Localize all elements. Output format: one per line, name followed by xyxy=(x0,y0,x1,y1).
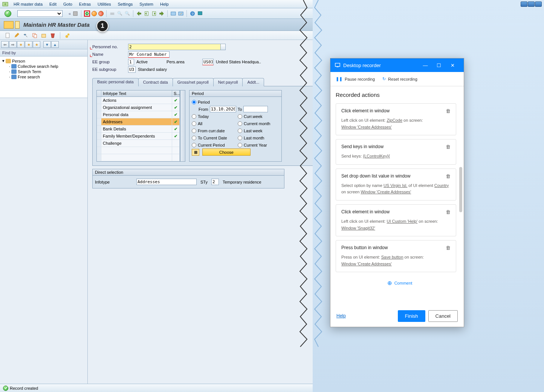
action-element[interactable]: ZipCode xyxy=(387,118,402,122)
name-input[interactable] xyxy=(128,51,170,58)
pause-recording[interactable]: ❚❚Pause recording xyxy=(336,77,375,81)
menu-system[interactable]: System xyxy=(136,1,156,7)
radio-period[interactable] xyxy=(192,100,196,104)
radio-lastmonth[interactable] xyxy=(238,136,242,140)
save-icon[interactable] xyxy=(72,11,78,17)
trash-icon[interactable]: 🗑 xyxy=(446,245,451,251)
radio-currmonth[interactable] xyxy=(238,121,242,126)
action-card-5[interactable]: 🗑 Press button in window Press on UI ele… xyxy=(336,240,456,272)
chevrons-icon[interactable]: « xyxy=(69,11,71,16)
close-button[interactable] xyxy=(535,2,542,7)
reset-recording[interactable]: ↻Reset recording xyxy=(382,77,417,81)
radio-currperiod[interactable] xyxy=(192,143,196,147)
action-keys[interactable]: {LControlKey}{ xyxy=(363,154,390,158)
recorder-minimize[interactable]: — xyxy=(419,58,432,72)
command-field[interactable] xyxy=(17,10,63,17)
next-icon[interactable] xyxy=(151,11,157,17)
radio-lastweek[interactable] xyxy=(238,129,242,133)
row-orgassign[interactable]: Organizational assignment✔ xyxy=(97,104,180,111)
action-card-4[interactable]: 🗑 Click element in window Left click on … xyxy=(336,204,456,236)
action-window[interactable]: Window 'Create Addresses' xyxy=(341,125,392,129)
trash-icon[interactable]: 🗑 xyxy=(446,173,451,179)
radio-all[interactable] xyxy=(192,121,196,126)
nav-down-icon[interactable]: ▼ xyxy=(43,41,51,48)
print-icon[interactable] xyxy=(109,11,115,17)
maximize-button[interactable] xyxy=(528,2,535,7)
action-window[interactable]: Window 'Snagit32' xyxy=(341,226,375,230)
nav-up-icon[interactable]: ▲ xyxy=(51,41,59,48)
row-empty[interactable] xyxy=(97,147,180,154)
prev-icon[interactable] xyxy=(144,11,150,17)
help-icon[interactable]: ? xyxy=(189,11,196,17)
finish-button[interactable]: Finish xyxy=(398,310,425,322)
action-card-3[interactable]: 🗑 Set drop down list value in window Sel… xyxy=(336,168,456,201)
action-option[interactable]: US Virgin Isl. xyxy=(384,183,407,188)
find-next-icon[interactable]: 🔍 xyxy=(124,11,130,17)
to-date-input[interactable] xyxy=(243,106,268,112)
persarea-input[interactable] xyxy=(202,59,214,65)
menu-settings[interactable]: Settings xyxy=(115,1,136,7)
sty-input[interactable] xyxy=(211,179,219,185)
tree-collective[interactable]: ·Collective search help xyxy=(2,64,85,69)
copy-icon[interactable] xyxy=(32,32,38,38)
tab-gross[interactable]: Gross/net payroll xyxy=(173,78,214,86)
eesub-input[interactable] xyxy=(128,66,136,73)
nav-fav-icon[interactable]: ★ xyxy=(17,41,24,48)
action-element[interactable]: Save button xyxy=(381,255,403,259)
row-personal[interactable]: Personal data✔ xyxy=(97,111,180,118)
row-challenge[interactable]: Challenge xyxy=(97,140,180,147)
menu-help[interactable]: Help xyxy=(157,1,172,7)
tab-net[interactable]: Net payroll xyxy=(213,78,243,86)
nav-fav3-icon[interactable]: ★ xyxy=(33,41,40,48)
row-family[interactable]: Family Member/Dependents✔ xyxy=(97,133,180,140)
radio-today[interactable] xyxy=(192,114,196,119)
action-window[interactable]: Window 'Create Addresses' xyxy=(341,262,392,266)
menu-utilities[interactable]: Utilities xyxy=(95,1,114,7)
eegroup-input[interactable] xyxy=(128,59,134,65)
add-comment[interactable]: ⊕Comment xyxy=(336,276,464,290)
overview-icon[interactable] xyxy=(64,32,70,38)
action-window[interactable]: Window 'Create Addresses' xyxy=(361,190,411,194)
action-element[interactable]: Country xyxy=(434,183,449,188)
cancel-button[interactable]: Cancel xyxy=(428,310,458,322)
nav-fav2-icon[interactable]: ★ xyxy=(25,41,32,48)
row-actions[interactable]: Actions✔ xyxy=(97,97,180,104)
radio-curryear[interactable] xyxy=(238,143,242,147)
help-link[interactable]: Help xyxy=(336,313,346,318)
delimit-icon[interactable] xyxy=(41,32,47,38)
row-bank[interactable]: Bank Details✔ xyxy=(97,126,180,133)
tab-contract[interactable]: Contract data xyxy=(138,78,173,86)
infotype-input[interactable] xyxy=(136,179,197,185)
session-icon[interactable] xyxy=(170,11,176,17)
minimize-button[interactable] xyxy=(521,2,527,7)
action-card-2[interactable]: 🗑 Send keys in window Send keys: {LContr… xyxy=(336,139,456,165)
create-icon[interactable] xyxy=(5,32,11,38)
enter-icon[interactable] xyxy=(5,10,11,17)
delete-icon[interactable] xyxy=(50,32,56,38)
trash-icon[interactable]: 🗑 xyxy=(446,108,451,114)
recorder-scrollbar[interactable] xyxy=(458,92,462,300)
trash-icon[interactable]: 🗑 xyxy=(446,209,451,215)
row-empty[interactable] xyxy=(97,154,180,161)
tab-addt[interactable]: Addt... xyxy=(242,78,264,86)
layout-icon[interactable] xyxy=(197,11,203,17)
trash-icon[interactable]: 🗑 xyxy=(446,144,451,150)
tree-person[interactable]: ▾Person xyxy=(2,58,85,64)
nav-fwd-icon[interactable]: ⇨ xyxy=(9,41,17,48)
display-icon[interactable] xyxy=(23,32,29,38)
find-icon[interactable]: 🔍 xyxy=(117,11,123,17)
menu-goto[interactable]: Goto xyxy=(60,1,75,7)
tree-free-search[interactable]: ·Free search xyxy=(2,74,85,80)
search-help-icon[interactable] xyxy=(220,44,226,50)
exit-icon[interactable] xyxy=(92,11,97,16)
edit-icon[interactable] xyxy=(14,32,20,38)
table-scrollbar[interactable] xyxy=(180,90,185,162)
last-icon[interactable] xyxy=(159,11,165,17)
personnel-no-input[interactable] xyxy=(128,44,221,50)
recorder-close[interactable]: ✕ xyxy=(446,58,459,72)
choose-button[interactable]: Choose xyxy=(202,149,251,156)
menu-hr[interactable]: HR master data xyxy=(11,1,46,7)
tree-search-term[interactable]: ·Search Term xyxy=(2,69,85,74)
recorder-maximize[interactable]: ☐ xyxy=(432,58,446,72)
menu-edit[interactable]: Edit xyxy=(46,1,60,7)
